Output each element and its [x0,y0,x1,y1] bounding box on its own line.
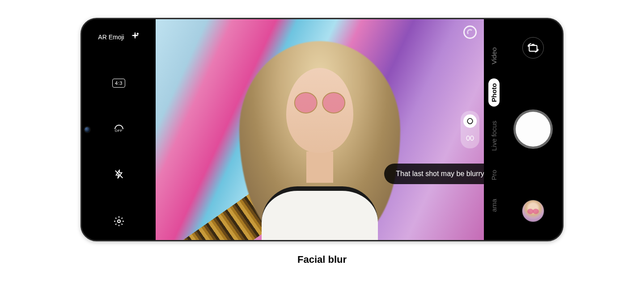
ar-emoji-button[interactable]: AR Emoji [98,32,139,42]
svg-point-1 [118,220,120,223]
front-camera-lens [85,127,90,132]
gallery-thumbnail-button[interactable] [522,200,544,222]
zoom-toggle[interactable] [461,111,479,148]
mode-item-live-focus[interactable]: Live focus [488,116,500,156]
camera-top-controls: AR Emoji 4:3 OFF [82,19,156,240]
aspect-ratio-label: 4:3 [115,80,123,86]
shutter-button[interactable] [516,112,551,147]
mode-item-pro[interactable]: Pro [488,165,500,185]
camera-mode-rail[interactable]: Video Photo Live focus Pro ama [484,19,504,240]
phone-frame: AR Emoji 4:3 OFF [80,18,564,241]
viewfinder-subject-glasses [294,92,318,114]
flash-button[interactable] [114,169,124,179]
settings-button[interactable] [114,216,124,227]
mode-item-video[interactable]: Video [488,43,500,69]
ar-emoji-label: AR Emoji [98,34,124,41]
svg-rect-2 [529,46,537,51]
mode-item-panorama[interactable]: ama [488,194,500,216]
viewfinder-subject-glasses [322,92,345,114]
timer-button[interactable]: OFF [114,125,123,133]
viewfinder-subject-neck [306,152,333,183]
feature-caption: Facial blur [297,254,347,265]
scene-optimizer-icon[interactable] [463,25,477,39]
timer-label: OFF [115,129,123,133]
camera-viewfinder[interactable]: That last shot may be blurry. [156,19,484,240]
aspect-ratio-button[interactable]: 4:3 [112,79,125,88]
zoom-normal-icon[interactable] [463,114,477,128]
blur-warning-toast: That last shot may be blurry. [384,164,484,184]
toast-message: That last shot may be blurry. [396,170,484,177]
viewfinder-subject-shirt [262,186,378,240]
switch-camera-button[interactable] [522,37,544,59]
effects-sparkle-icon[interactable] [131,32,140,42]
camera-right-controls [504,19,562,240]
zoom-wide-icon[interactable] [463,131,477,145]
mode-item-photo[interactable]: Photo [488,79,500,107]
